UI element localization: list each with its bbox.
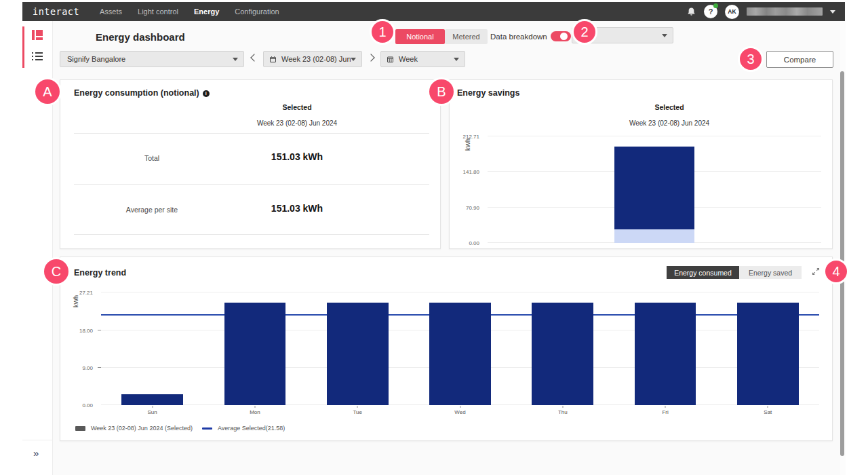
- next-period-chevron-right-icon[interactable]: [367, 54, 374, 61]
- annotation-marker-4: 4: [823, 259, 849, 284]
- legend-item-selected-week[interactable]: Week 23 (02-08) Jun 2024 (Selected): [75, 425, 193, 432]
- annotation-marker-1: 1: [370, 19, 395, 45]
- redacted-username: [747, 7, 823, 16]
- page-title: Energy dashboard: [96, 31, 185, 43]
- annotation-marker-A: A: [33, 77, 62, 106]
- total-row-value: 151.03 kWh: [229, 151, 365, 162]
- consumption-panel-title: Energy consumption (notional)i: [74, 88, 210, 98]
- trend-y-axis: 0.009.0018.0027.21: [60, 292, 97, 405]
- screen: interact Assets Light control Energy Con…: [0, 0, 868, 475]
- site-select-value: Signify Bangalore: [60, 55, 233, 63]
- trend-x-axis: SunMonTueWedThuFriSat: [101, 406, 819, 417]
- nav-item-assets[interactable]: Assets: [100, 7, 122, 16]
- dashboard-icon[interactable]: [32, 30, 43, 40]
- chevron-down-icon: [454, 58, 459, 61]
- sidebar-expand-chevrons[interactable]: »: [33, 447, 39, 459]
- average-row-value: 151.03 kWh: [229, 203, 365, 214]
- average-row-label: Average per site: [118, 206, 186, 214]
- annotation-marker-B: B: [427, 77, 456, 106]
- savings-y-axis: 0.0070.90141.80212.71: [450, 136, 484, 243]
- consumption-column-header: Selected: [229, 103, 365, 111]
- period-select[interactable]: Week 23 (02-08) Jun 2024: [263, 51, 362, 67]
- help-status-dot: [713, 3, 718, 8]
- metered-button[interactable]: Metered: [445, 29, 488, 44]
- nav-item-energy[interactable]: Energy: [194, 7, 219, 16]
- legend-label: Week 23 (02-08) Jun 2024 (Selected): [91, 425, 193, 432]
- interact-logo: interact: [33, 6, 79, 17]
- sidebar-footer-divider: [22, 440, 53, 440]
- nav-item-configuration[interactable]: Configuration: [235, 7, 279, 16]
- energy-trend-chart: kWh 0.009.0018.0027.21 SunMonTueWedThuFr…: [60, 257, 832, 440]
- divider: [74, 133, 429, 134]
- total-row-label: Total: [118, 154, 186, 162]
- energy-savings-panel: Energy savings Selected Week 23 (02-08) …: [449, 79, 833, 249]
- app-window: interact Assets Light control Energy Con…: [22, 2, 845, 475]
- site-select[interactable]: Signify Bangalore: [60, 51, 244, 67]
- nav-item-light-control[interactable]: Light control: [138, 7, 178, 16]
- divider: [74, 184, 429, 185]
- annotation-marker-2: 2: [572, 19, 597, 45]
- energy-savings-chart: kWh 0.0070.90141.80212.71: [450, 80, 832, 248]
- user-menu-chevron-down-icon[interactable]: [830, 10, 835, 14]
- sidebar-active-indicator: [22, 26, 24, 68]
- legend-label: Average Selected(21.58): [218, 425, 285, 432]
- notifications-bell-icon[interactable]: [686, 7, 696, 17]
- info-icon[interactable]: i: [203, 90, 210, 97]
- legend-swatch-bar: [75, 426, 85, 431]
- energy-consumption-panel: Energy consumption (notional)i Selected …: [60, 79, 441, 249]
- data-breakdown-label: Data breakdown: [490, 33, 547, 41]
- legend-item-average[interactable]: Average Selected(21.58): [202, 425, 285, 432]
- chevron-down-icon: [662, 34, 667, 37]
- trend-legend: Week 23 (02-08) Jun 2024 (Selected) Aver…: [75, 425, 285, 432]
- legend-swatch-line: [202, 428, 212, 430]
- chevron-down-icon: [351, 58, 356, 61]
- top-nav: interact Assets Light control Energy Con…: [22, 2, 845, 21]
- granularity-select[interactable]: Week: [380, 51, 465, 67]
- period-select-value: Week 23 (02-08) Jun 2024: [277, 55, 351, 63]
- previous-period-chevron-left-icon[interactable]: [250, 54, 258, 61]
- data-breakdown-toggle[interactable]: [551, 31, 571, 41]
- avatar[interactable]: AK: [725, 5, 739, 19]
- compare-button[interactable]: Compare: [766, 51, 833, 68]
- savings-plot-area: [488, 136, 821, 243]
- trend-plot-area: [101, 292, 819, 405]
- calendar-week-icon: [387, 56, 394, 63]
- divider: [74, 234, 429, 235]
- notional-button[interactable]: Notional: [395, 29, 445, 44]
- annotation-marker-3: 3: [738, 46, 764, 72]
- list-icon[interactable]: [32, 52, 43, 61]
- calendar-icon: [269, 56, 277, 63]
- consumption-title-text: Energy consumption (notional): [74, 88, 199, 98]
- help-icon[interactable]: ?: [704, 5, 717, 18]
- granularity-select-value: Week: [394, 55, 454, 63]
- consumption-period: Week 23 (02-08) Jun 2024: [229, 119, 365, 127]
- annotation-marker-C: C: [42, 257, 71, 286]
- toggle-knob: [560, 33, 568, 40]
- chevron-down-icon: [233, 58, 238, 61]
- nav-right-group: ? AK: [686, 5, 835, 19]
- energy-trend-panel: Energy trend Energy consumed Energy save…: [60, 256, 833, 441]
